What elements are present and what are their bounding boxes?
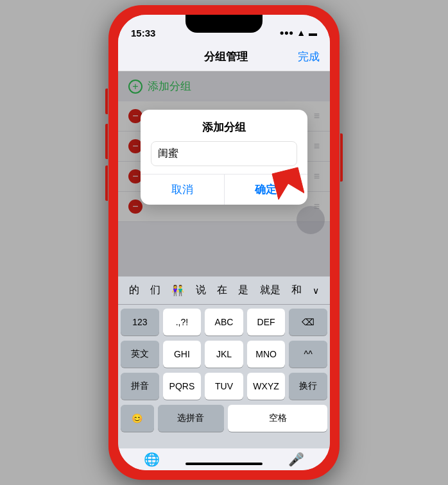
power-button[interactable] — [340, 133, 343, 182]
key-english[interactable]: 英文 — [121, 341, 159, 368]
key-mno[interactable]: MNO — [247, 341, 286, 368]
bottom-bar: 🌐 🎤 — [118, 448, 330, 470]
key-select-pinyin[interactable]: 选拼音 — [158, 405, 224, 432]
mic-icon[interactable]: 🎤 — [288, 452, 304, 467]
keyboard-row-3: 拼音 PQRS TUV WXYZ 换行 — [121, 373, 327, 400]
key-emoji[interactable]: 😊 — [121, 405, 154, 432]
suggestion-jiushi[interactable]: 就是 — [260, 284, 280, 297]
suggestion-zai[interactable]: 在 — [217, 284, 227, 297]
phone-screen: 15:33 ●●● ▲ ▬ 分组管理 完成 + 添加分组 − — [118, 15, 330, 470]
key-punct[interactable]: .,?! — [163, 309, 202, 336]
key-caps[interactable]: ^^ — [289, 341, 327, 368]
key-space[interactable]: 空格 — [228, 405, 327, 432]
key-tuv[interactable]: TUV — [205, 373, 243, 400]
suggestion-de[interactable]: 的 — [129, 284, 139, 297]
keyboard-area: 的 们 👫 说 在 是 就是 和 ∨ 123 .,?! ABC DEF ⌫ — [118, 277, 330, 448]
phone-frame: 15:33 ●●● ▲ ▬ 分组管理 完成 + 添加分组 − — [108, 5, 340, 480]
nav-bar: 分组管理 完成 — [118, 43, 330, 71]
key-backspace[interactable]: ⌫ — [289, 309, 327, 336]
arrow-pointer — [266, 161, 304, 202]
volume-down-button[interactable] — [105, 166, 108, 201]
volume-up-button[interactable] — [105, 124, 108, 159]
suggestion-men[interactable]: 们 — [150, 284, 160, 297]
key-jkl[interactable]: JKL — [205, 341, 243, 368]
cancel-button[interactable]: 取消 — [141, 174, 225, 205]
key-123[interactable]: 123 — [121, 309, 159, 336]
svg-marker-0 — [272, 167, 304, 200]
key-def[interactable]: DEF — [247, 309, 286, 336]
suggestion-shi[interactable]: 是 — [238, 284, 248, 297]
key-abc[interactable]: ABC — [205, 309, 243, 336]
battery-icon: ▬ — [309, 28, 317, 38]
suggestion-emoji[interactable]: 👫 — [171, 284, 184, 296]
key-return[interactable]: 换行 — [289, 373, 327, 400]
notch — [185, 15, 263, 33]
key-pinyin[interactable]: 拼音 — [121, 373, 159, 400]
dialog-overlay: 添加分组 闺蜜 取消 确定 — [118, 71, 330, 277]
keyboard-rows: 123 .,?! ABC DEF ⌫ 英文 GHI JKL MNO ^^ 拼音 — [118, 305, 330, 433]
suggestions-bar: 的 们 👫 说 在 是 就是 和 ∨ — [118, 277, 330, 305]
key-ghi[interactable]: GHI — [163, 341, 202, 368]
globe-icon[interactable]: 🌐 — [144, 452, 160, 467]
keyboard-row-2: 英文 GHI JKL MNO ^^ — [121, 341, 327, 368]
status-icons: ●●● ▲ ▬ — [279, 28, 317, 38]
key-wxyz[interactable]: WXYZ — [247, 373, 286, 400]
done-button[interactable]: 完成 — [298, 49, 320, 64]
page-title: 分组管理 — [204, 49, 248, 64]
content-area: + 添加分组 − ≡ − ≡ − ≡ — [118, 71, 330, 277]
home-indicator — [185, 463, 263, 465]
key-pqrs[interactable]: PQRS — [163, 373, 202, 400]
keyboard-row-4: 😊 选拼音 空格 — [121, 405, 327, 432]
wifi-icon: ▲ — [297, 28, 306, 38]
status-bar: 15:33 ●●● ▲ ▬ — [118, 15, 330, 43]
suggestion-shuo[interactable]: 说 — [196, 284, 206, 297]
float-button[interactable] — [297, 206, 325, 234]
dialog-title: 添加分组 — [141, 110, 307, 141]
suggestion-he[interactable]: 和 — [291, 284, 302, 297]
chevron-down-icon[interactable]: ∨ — [313, 285, 319, 296]
signal-icon: ●●● — [279, 28, 293, 37]
keyboard-row-1: 123 .,?! ABC DEF ⌫ — [121, 309, 327, 336]
status-time: 15:33 — [131, 28, 155, 38]
